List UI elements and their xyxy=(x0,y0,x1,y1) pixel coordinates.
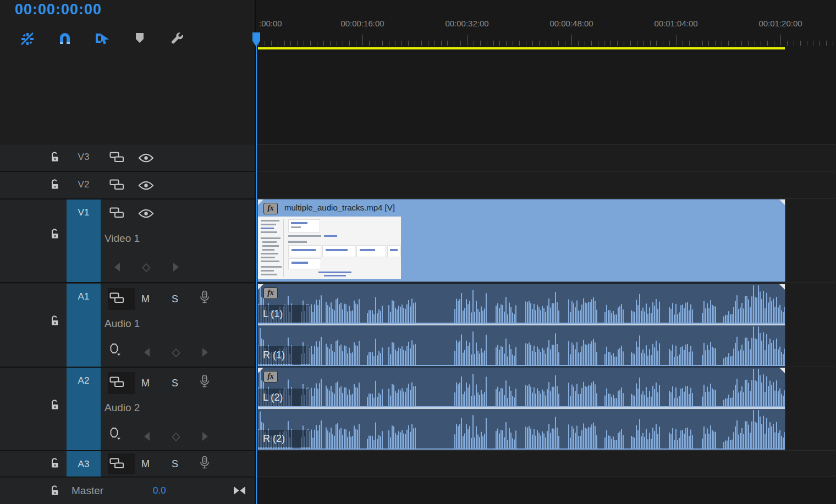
playhead-line xyxy=(256,46,257,504)
toggle-track-output-eye-icon[interactable] xyxy=(138,153,154,165)
track-label-v3[interactable]: V3 xyxy=(67,152,101,163)
nest-toggle-icon[interactable] xyxy=(20,31,35,47)
lock-icon[interactable] xyxy=(50,229,59,242)
lock-icon[interactable] xyxy=(50,485,59,499)
go-to-next-keyframe-icon[interactable] xyxy=(172,262,180,275)
track-header-v1: V1 Video 1 xyxy=(0,200,255,282)
playhead-timecode[interactable]: 00:00:00:00 xyxy=(15,1,102,18)
fx-badge: fx xyxy=(263,287,278,299)
go-to-previous-keyframe-icon[interactable] xyxy=(142,431,151,444)
track-header-v2: V2 xyxy=(0,172,255,198)
clip-start-fold xyxy=(258,284,263,290)
audio-channel-lane: L (1) xyxy=(258,284,785,324)
source-patch-v1[interactable]: V1 xyxy=(67,200,101,282)
clip-start-fold xyxy=(258,200,263,205)
track-name-audio1[interactable]: Audio 1 xyxy=(105,318,140,330)
source-patch-a1[interactable]: A1 xyxy=(67,284,101,367)
audio-clip-2[interactable]: fx L (2) R (2) xyxy=(258,368,785,450)
audio-channel-lane: R (2) xyxy=(258,409,785,450)
track-header-v3: V3 xyxy=(0,145,255,171)
go-to-previous-keyframe-icon[interactable] xyxy=(142,347,151,360)
master-level-value[interactable]: 0.0 xyxy=(153,485,166,496)
audio-channel-lane: L (2) xyxy=(258,368,785,407)
lock-icon[interactable] xyxy=(50,315,59,329)
clip-start-fold xyxy=(258,368,263,373)
show-keyframes-icon[interactable] xyxy=(109,427,123,442)
mute-track-button[interactable]: M xyxy=(141,293,150,305)
ruler-timecode-label: 00:00:48:00 xyxy=(549,19,593,28)
mute-track-button[interactable]: M xyxy=(141,378,150,389)
track-label-v2[interactable]: V2 xyxy=(67,179,101,190)
track-name-video1[interactable]: Video 1 xyxy=(105,232,140,245)
ruler-timecode-label: :00:00 xyxy=(259,19,282,28)
video-clip[interactable]: fx multiple_audio_tracks.mp4 [V] xyxy=(258,200,785,281)
track-targeting-icon[interactable] xyxy=(109,179,124,193)
track-targeting-icon[interactable] xyxy=(109,376,124,390)
voiceover-record-mic-icon[interactable] xyxy=(199,456,210,474)
fx-badge: fx xyxy=(263,371,278,383)
ruler-timecode-label: 00:00:32:00 xyxy=(445,19,488,28)
lock-icon[interactable] xyxy=(50,179,59,192)
go-to-previous-keyframe-icon[interactable] xyxy=(113,262,122,275)
ruler-timecode-label: 00:01:04:00 xyxy=(654,19,697,28)
track-targeting-icon[interactable] xyxy=(109,152,124,165)
clip-end-fold xyxy=(779,200,785,205)
track-label-master: Master xyxy=(72,485,103,497)
show-keyframes-icon[interactable] xyxy=(109,343,123,358)
track-header-panel: 00:00:00:00 xyxy=(0,0,255,504)
clip-thumbnail xyxy=(258,217,401,279)
add-remove-keyframe-icon[interactable] xyxy=(171,432,181,444)
go-to-next-keyframe-icon[interactable] xyxy=(201,347,210,360)
timeline-settings-icon[interactable] xyxy=(169,31,185,47)
clip-end-fold xyxy=(779,284,785,290)
ruler-timecode-label: 00:00:16:00 xyxy=(340,19,384,28)
track-header-master: Master 0.0 xyxy=(0,478,255,504)
toggle-track-output-eye-icon[interactable] xyxy=(138,208,154,221)
lock-icon[interactable] xyxy=(50,458,59,471)
go-to-next-keyframe-icon[interactable] xyxy=(201,431,210,444)
toggle-track-output-eye-icon[interactable] xyxy=(138,180,154,193)
track-header-a3: A3 M S xyxy=(0,451,255,477)
channel-label: R (1) xyxy=(258,346,310,364)
add-marker-icon[interactable] xyxy=(134,31,149,47)
add-remove-keyframe-icon[interactable] xyxy=(141,263,151,275)
track-label-a2: A2 xyxy=(78,375,90,386)
track-name-audio2[interactable]: Audio 2 xyxy=(105,402,140,414)
source-patch-a3[interactable]: A3 xyxy=(67,451,101,477)
audio-channel-lane: R (1) xyxy=(258,325,785,366)
track-header-a1: A1 M S Audio 1 xyxy=(0,284,255,367)
mute-track-button[interactable]: M xyxy=(141,458,150,470)
source-patch-a2[interactable]: A2 xyxy=(67,368,101,450)
solo-track-button[interactable]: S xyxy=(172,458,178,470)
track-label-a1: A1 xyxy=(78,291,90,302)
solo-track-button[interactable]: S xyxy=(172,293,178,305)
lock-icon[interactable] xyxy=(50,152,59,165)
work-area-bar[interactable] xyxy=(258,47,785,49)
channel-label: R (2) xyxy=(258,430,310,447)
track-targeting-icon[interactable] xyxy=(109,207,124,221)
timeline-panel: 00:00:00:00 xyxy=(0,0,836,504)
track-label-a3: A3 xyxy=(78,459,90,470)
video-clip-name: multiple_audio_tracks.mp4 [V] xyxy=(284,203,395,212)
track-targeting-icon[interactable] xyxy=(109,458,124,472)
channel-label: L (1) xyxy=(258,305,310,323)
fx-badge: fx xyxy=(263,203,278,214)
lock-icon[interactable] xyxy=(50,400,59,413)
audio-clip-1[interactable]: fx L (1) R (1) xyxy=(258,284,785,366)
channel-label: L (2) xyxy=(258,389,310,406)
timeline-track-area: :00:0000:00:16:0000:00:32:0000:00:48:000… xyxy=(255,0,836,504)
add-remove-keyframe-icon[interactable] xyxy=(171,348,181,360)
track-header-a2: A2 M S Audio 2 xyxy=(0,368,255,450)
voiceover-record-mic-icon[interactable] xyxy=(199,374,210,393)
voiceover-record-mic-icon[interactable] xyxy=(199,290,210,309)
snap-icon[interactable] xyxy=(57,31,73,47)
track-label-v1: V1 xyxy=(78,207,90,218)
show-master-keyframes-icon[interactable] xyxy=(233,485,246,498)
clip-end-fold xyxy=(779,368,785,373)
solo-track-button[interactable]: S xyxy=(172,378,178,389)
track-targeting-icon[interactable] xyxy=(109,292,124,306)
linked-selection-icon[interactable] xyxy=(95,31,110,47)
ruler-timecode-label: 00:01:20:00 xyxy=(758,19,802,28)
